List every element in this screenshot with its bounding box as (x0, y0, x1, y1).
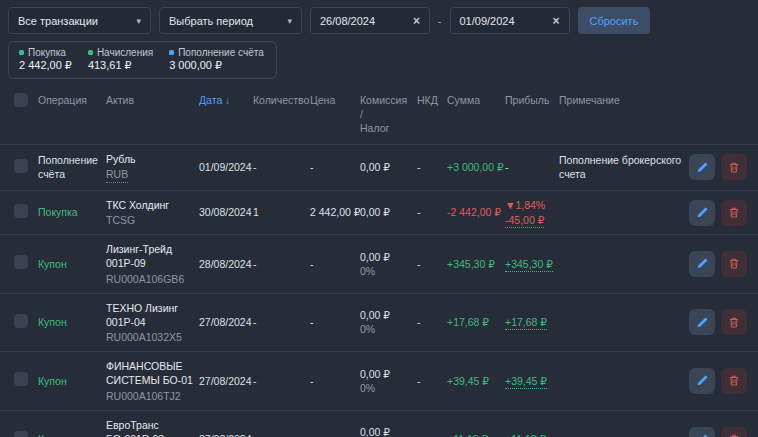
price-cell: - (310, 160, 360, 174)
delete-button[interactable] (721, 309, 747, 335)
purchase-dot-icon (19, 50, 24, 55)
row-checkbox[interactable] (14, 204, 28, 218)
date-to-input[interactable]: 01/09/2024 × (450, 7, 570, 34)
row-checkbox[interactable] (14, 372, 28, 386)
delete-button[interactable] (721, 368, 747, 394)
period-select[interactable]: Выбрать период ▾ (159, 7, 302, 34)
deposit-dot-icon (169, 50, 174, 55)
asset-cell: ЕвроТранс БО-001Р-03RU000A1061K1 (106, 418, 199, 437)
nkd-cell: - (417, 205, 447, 219)
col-note: Примечание (559, 93, 689, 107)
filter-bar: Все транзакции ▾ Выбрать период ▾ 26/08/… (0, 0, 758, 34)
row-actions (689, 251, 753, 277)
price-cell: - (310, 315, 360, 329)
nkd-cell: - (417, 374, 447, 388)
operation-cell: Покупка (38, 205, 106, 219)
summary-label: Пополнение счёта (178, 47, 264, 58)
trash-icon (728, 374, 740, 387)
sum-cell: -2 442,00 ₽ (447, 205, 505, 219)
row-checkbox[interactable] (14, 255, 28, 269)
date-cell: 30/08/2024 (199, 205, 253, 219)
col-date-sort[interactable]: Дата ↓ (199, 93, 253, 108)
profit-cell: ▼1,84%-45,00 ₽ (505, 198, 559, 226)
date-cell: 01/09/2024 (199, 160, 253, 174)
transaction-type-select[interactable]: Все транзакции ▾ (8, 7, 151, 34)
fee-cell: 0,00 ₽ (360, 205, 417, 219)
operation-cell: Купон (38, 374, 106, 388)
delete-button[interactable] (721, 200, 747, 226)
note-cell: Пополнение брокерского счета (559, 153, 689, 181)
table-row: ПокупкаТКС ХолдингTCSG30/08/202412 442,0… (0, 190, 758, 234)
table-body: Пополнение счётаРубльRUB01/09/2024--0,00… (0, 144, 758, 437)
table-row: КупонТЕХНО Лизинг 001P-04RU000A1032X527/… (0, 293, 758, 352)
fee-cell: 0,00 ₽0% (360, 250, 417, 278)
table-header: Операция Актив Дата ↓ Количество Цена Ко… (0, 89, 758, 144)
profit-cell: +17,68 ₽ (505, 315, 559, 329)
edit-button[interactable] (689, 368, 715, 394)
asset-ticker: RUB (106, 167, 128, 183)
summary-value: 413,61 ₽ (88, 59, 153, 72)
sort-desc-icon: ↓ (225, 95, 230, 106)
date-cell: 27/08/2024 (199, 315, 253, 329)
summary-item-deposit: Пополнение счёта 3 000,00 ₽ (169, 47, 264, 72)
edit-button[interactable] (689, 251, 715, 277)
pencil-icon (696, 374, 709, 387)
col-nkd: НКД (417, 93, 447, 107)
col-fee: Комиссия / Налог (360, 93, 417, 136)
quantity-cell: - (253, 257, 310, 271)
transaction-type-value: Все транзакции (18, 15, 98, 27)
fee-cell: 0,00 ₽0% (360, 367, 417, 395)
quantity-cell: - (253, 432, 310, 437)
reset-button[interactable]: Сбросить (578, 7, 651, 34)
delete-button[interactable] (721, 427, 747, 437)
edit-button[interactable] (689, 154, 715, 180)
table-row: КупонЕвроТранс БО-001Р-03RU000A1061K127/… (0, 410, 758, 437)
price-cell: - (310, 257, 360, 271)
select-all-checkbox[interactable] (14, 93, 28, 107)
edit-button[interactable] (689, 427, 715, 437)
col-sum: Сумма (447, 93, 505, 107)
pencil-icon (696, 316, 709, 329)
period-value: Выбрать период (169, 15, 253, 27)
fee-cell: 0,00 ₽ (360, 160, 417, 174)
delete-button[interactable] (721, 154, 747, 180)
chevron-down-icon: ▾ (287, 16, 292, 26)
sum-cell: +345,30 ₽ (447, 257, 505, 271)
price-cell: 2 442,00 ₽ (310, 205, 360, 219)
sum-cell: +11,18 ₽ (447, 432, 505, 437)
accruals-dot-icon (88, 50, 93, 55)
summary-value: 3 000,00 ₽ (169, 59, 264, 72)
asset-cell: ТКС ХолдингTCSG (106, 198, 199, 227)
asset-cell: ТЕХНО Лизинг 001P-04RU000A1032X5 (106, 301, 199, 345)
row-actions (689, 154, 753, 180)
row-checkbox[interactable] (14, 314, 28, 328)
edit-button[interactable] (689, 200, 715, 226)
col-quantity: Количество (253, 93, 310, 107)
operation-cell: Купон (38, 257, 106, 271)
table-row: КупонЛизинг-Трейд 001P-09RU000A106GB628/… (0, 234, 758, 293)
col-asset: Актив (106, 93, 199, 107)
quantity-cell: - (253, 374, 310, 388)
chevron-down-icon: ▾ (136, 16, 141, 26)
summary-box: Покупка 2 442,00 ₽ Начисления 413,61 ₽ П… (8, 41, 277, 79)
price-cell: - (310, 432, 360, 437)
date-from-value: 26/08/2024 (320, 15, 375, 27)
table-row: Пополнение счётаРубльRUB01/09/2024--0,00… (0, 144, 758, 190)
delete-button[interactable] (721, 251, 747, 277)
edit-button[interactable] (689, 309, 715, 335)
summary-value: 2 442,00 ₽ (19, 59, 72, 72)
col-profit: Прибыль (505, 93, 559, 107)
trash-icon (728, 316, 740, 329)
quantity-cell: - (253, 160, 310, 174)
clear-date-to-icon[interactable]: × (552, 15, 559, 27)
row-checkbox[interactable] (14, 159, 28, 173)
nkd-cell: - (417, 160, 447, 174)
price-cell: - (310, 374, 360, 388)
col-price: Цена (310, 93, 360, 107)
row-checkbox[interactable] (14, 431, 28, 437)
date-from-input[interactable]: 26/08/2024 × (310, 7, 430, 34)
clear-date-from-icon[interactable]: × (413, 15, 420, 27)
asset-ticker: TCSG (106, 213, 135, 227)
asset-ticker: RU000A106TJ2 (106, 389, 181, 403)
pencil-icon (696, 161, 709, 174)
